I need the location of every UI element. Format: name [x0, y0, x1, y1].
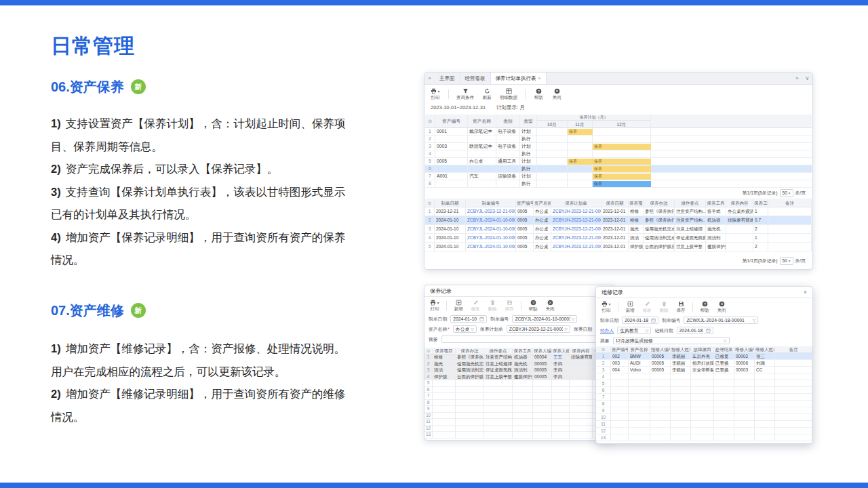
gantt-row[interactable]: 50005办公桌通用工具计划保养保养	[425, 158, 812, 165]
table-row[interactable]: 10	[596, 414, 812, 421]
tab-1[interactable]: 主界面	[435, 73, 460, 84]
table-row[interactable]: 10	[425, 413, 614, 420]
summary-field[interactable]: 12月故障生成报修 ▽	[613, 337, 730, 344]
grid-button[interactable]: 明细数据	[500, 87, 517, 101]
print-button[interactable]: ▾打印	[601, 300, 612, 314]
help-button[interactable]: ?帮助	[528, 299, 538, 312]
table-row[interactable]: 8	[596, 401, 812, 407]
operator-field[interactable]: 生风教育 ▽	[617, 327, 651, 334]
table-cell: 扳手式	[706, 207, 726, 216]
asset-name-field[interactable]: 办公桌 ▽	[453, 325, 477, 333]
page-size-select[interactable]: 50▾	[780, 189, 793, 197]
print-button[interactable]: ▾打印	[429, 299, 440, 312]
table-row[interactable]: 7	[596, 394, 812, 401]
table-row[interactable]: 11	[596, 421, 812, 428]
detail-pagination: 第1/1页(5条记录) 50▾ 条/页	[743, 257, 806, 265]
operator-link-label[interactable]: 经办人	[600, 327, 614, 334]
table-row[interactable]: 3004Volvo00005李晓丽安全带断裂已更换00003CC	[596, 367, 812, 373]
table-cell: 保护膜	[629, 243, 644, 251]
close-button[interactable]: 关闭	[551, 87, 562, 101]
doc-no-field[interactable]: ZCWXJL-2024-01-18-00001 ▽	[684, 317, 758, 324]
month-cell	[537, 180, 568, 188]
close-tab-icon[interactable]: ×	[538, 76, 541, 81]
table-row[interactable]: 13	[425, 432, 614, 439]
table-row[interactable]: 12	[425, 426, 614, 432]
gantt-row[interactable]: 8执行保养	[425, 180, 812, 188]
help-button[interactable]: ?帮助	[699, 300, 710, 314]
dropdown-caret-icon[interactable]: ▾	[437, 89, 439, 94]
doc-date-field[interactable]: 2024-01-18	[622, 317, 658, 324]
help-button[interactable]: ?帮助	[533, 87, 544, 101]
edit-button: 修改	[642, 300, 652, 314]
lookup-icon[interactable]: ▽	[646, 328, 649, 333]
table-row[interactable]: 11	[425, 419, 614, 426]
close-icon[interactable]: ×	[804, 289, 807, 296]
table-row[interactable]: 13	[596, 434, 812, 441]
plan-no-field[interactable]: ZCBYJH-2023-12-21-00003 ▽	[507, 325, 570, 333]
table-row[interactable]: 4	[596, 373, 812, 380]
gantt-row[interactable]: 7A001汽车运输设备计划保养	[425, 173, 812, 180]
table-row[interactable]: 12	[596, 428, 812, 434]
table-row[interactable]: 12023-12-21ZCBYJL-2023-12-21-000020005办公…	[425, 207, 812, 216]
table-row[interactable]: 9	[596, 407, 812, 414]
tabs-forward-button[interactable]: »	[792, 73, 802, 84]
table-row[interactable]: 2抛光使用抛光机完成桌...注意上蜡规律抛光机00005李四	[425, 361, 614, 368]
save-button: 保存	[504, 299, 515, 312]
add-button[interactable]: 新增	[625, 300, 635, 314]
gantt-row[interactable]: 4执行	[425, 150, 812, 158]
summary-field[interactable]: ▽	[441, 336, 610, 343]
dropdown-caret-icon[interactable]: ▾	[437, 300, 439, 305]
gantt-row[interactable]: 6执行保养	[425, 165, 812, 173]
dropdown-caret-icon[interactable]: ▾	[608, 302, 610, 306]
table-cell	[691, 394, 714, 401]
table-row[interactable]: 6	[425, 387, 614, 394]
close-button[interactable]: 关闭	[716, 300, 727, 314]
tab-3[interactable]: 保养计划单执行表×	[491, 73, 547, 84]
save-button[interactable]: 保存	[675, 300, 686, 314]
lookup-icon[interactable]: ▽	[564, 327, 568, 331]
tab-2[interactable]: 经营看板	[460, 73, 491, 84]
tabs-back-button[interactable]: «	[425, 73, 435, 84]
doc-date-field[interactable]: 2024-01-10	[450, 315, 487, 323]
lookup-icon[interactable]: ▽	[724, 338, 727, 343]
tabs-collapse-button[interactable]: ∨	[802, 73, 812, 84]
table-row[interactable]: 1002BMW00005李晓丽车后外壳已修复00002张三	[596, 353, 812, 360]
table-cell	[484, 393, 513, 400]
table-row[interactable]: 5	[596, 380, 812, 387]
print-button[interactable]: ▾打印	[430, 87, 441, 101]
table-row[interactable]: 22024-01-10ZCBYJL-2024-01-10-000010005办公…	[425, 216, 812, 225]
lookup-icon[interactable]: ▽	[572, 317, 575, 321]
table-row[interactable]: 7	[425, 393, 614, 400]
filter-button[interactable]: 查询条件	[456, 87, 474, 101]
close-button[interactable]: 关闭	[545, 299, 555, 312]
table-cell: 注意资产结构(安...	[484, 354, 513, 361]
table-row[interactable]: 3清洁使用清洁剂完成桌...保证桌面无残留清洁剂00005李四	[425, 367, 614, 374]
table-cell	[552, 426, 570, 432]
section-heading-repair: 07.资产维修新	[51, 302, 146, 320]
lookup-icon[interactable]: ▽	[471, 327, 474, 331]
add-button[interactable]: 新增	[453, 299, 464, 312]
lookup-icon[interactable]: ▽	[753, 318, 756, 323]
table-row[interactable]: 9	[425, 406, 614, 413]
refresh-button[interactable]: 刷新	[481, 87, 492, 101]
table-row[interactable]: 1检修参照《保养执行手册...注意资产结构(安...机油器00004王五排除原有…	[425, 354, 614, 361]
gantt-row[interactable]: 30003联想笔记本电子设备计划保养	[425, 143, 812, 150]
table-row[interactable]: 6	[596, 387, 812, 394]
table-cell: 2024-01-10	[435, 216, 466, 225]
table-row[interactable]: 8	[425, 400, 614, 407]
table-row[interactable]: 52024-01-10ZCBYJL-2024-01-10-000010005办公…	[425, 243, 812, 251]
page-size-select[interactable]: 50▾	[780, 257, 793, 265]
table-row[interactable]: 5	[425, 380, 614, 387]
table-cell: 注意上膜平整	[675, 243, 706, 251]
table-cell	[570, 419, 593, 426]
doc-no-field[interactable]: ZCBYJL-2024-01-10-00001 ▽	[512, 315, 577, 323]
table-cell: 车后外壳	[691, 353, 714, 360]
table-row[interactable]: 32024-01-10ZCBYJL-2024-01-10-000010005办公…	[425, 225, 812, 234]
gantt-row[interactable]: 2执行	[425, 136, 812, 143]
table-row[interactable]: 2003AUDI00005李晓丽指示灯故障已更换00006刘璐	[596, 360, 812, 367]
table-row[interactable]: 42024-01-10ZCBYJL-2024-01-10-000010005办公…	[425, 234, 812, 243]
table-row[interactable]: 4保护膜台面的保护膜应用注意上膜平整覆膜保护贴00005李四	[425, 374, 614, 381]
close-icon	[547, 299, 553, 306]
gantt-row[interactable]: 10001戴尔笔记本电子设备计划保养	[425, 128, 812, 136]
book-date-field[interactable]: 2024-01-18	[677, 327, 713, 334]
